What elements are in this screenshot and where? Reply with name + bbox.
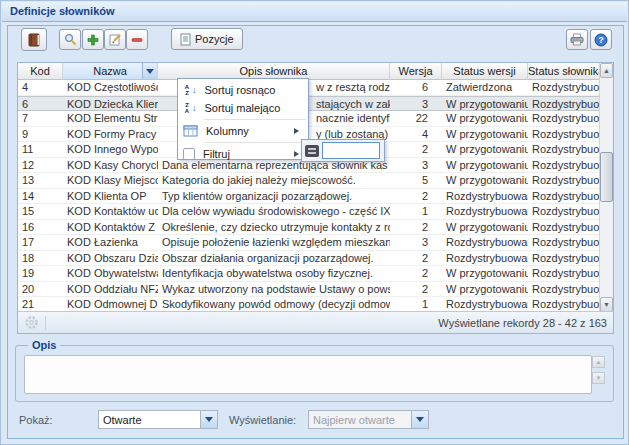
table-row[interactable]: 18KOD Obszaru DziałaniaObszar działania … xyxy=(18,251,601,267)
table-row[interactable]: 15KOD Kontaktów uchodźc...Dla celów wywi… xyxy=(18,204,601,220)
pozycje-button[interactable]: Pozycje xyxy=(171,28,243,50)
table-row[interactable]: 14KOD Klienta OPTyp klientów organizacji… xyxy=(18,189,601,205)
scroll-thumb[interactable] xyxy=(600,152,613,202)
menu-item-sort-ascending[interactable]: AZ↓ Sortuj rosnąco xyxy=(178,81,308,99)
table-row[interactable]: 17KOD ŁazienkaOpisuje położenie łazienki… xyxy=(18,235,601,251)
table-row[interactable]: 19KOD ObywatelstwaIdentyfikacja obywatel… xyxy=(18,266,601,282)
search-button[interactable] xyxy=(59,29,81,50)
help-button[interactable]: ? xyxy=(590,29,612,50)
cell-status-wersji: Rozdystrybuowana xyxy=(442,189,528,204)
cell-status-slownika: Rozdystrybuowany xyxy=(528,97,601,111)
cell-status-wersji: W przygotowaniu xyxy=(442,282,528,297)
pokaz-combobox[interactable]: Otwarte xyxy=(98,410,218,429)
cell-nazwa: KOD Klasy Miejscowości xyxy=(63,173,158,188)
cell-kod: 16 xyxy=(18,220,63,235)
printer-icon xyxy=(570,33,584,46)
cell-kod: 14 xyxy=(18,189,63,204)
cell-status-wersji: Rozdystrybuowana xyxy=(442,251,528,266)
cell-status-slownika: Rozdystrybuowany xyxy=(528,173,601,188)
menu-item-sort-descending[interactable]: ZA↓ Sortuj malejąco xyxy=(178,99,308,117)
cell-status-slownika: Rozdystrybuowany xyxy=(528,111,601,126)
cell-wersja: 2 xyxy=(390,266,442,281)
cell-opis: Typ klientów organizacji pozarządowej. xyxy=(158,189,390,204)
cell-status-slownika: Rozdystrybuowany xyxy=(528,251,601,266)
book-icon xyxy=(28,33,41,47)
table-row[interactable]: 20KOD Oddziału NFZWykaz utworzony na pod… xyxy=(18,282,601,298)
table-row[interactable]: 7KOD Elementu Strukturynacznie identyfik… xyxy=(18,111,601,127)
column-context-menu: AZ↓ Sortuj rosnąco ZA↓ Sortuj malejąco K… xyxy=(177,78,309,160)
cell-nazwa: KOD Elementu Struktury xyxy=(63,111,158,126)
chevron-down-icon[interactable] xyxy=(411,411,428,428)
dictionary-grid: Kod Nazwa Opis słownika Wersja Status we… xyxy=(17,62,614,334)
cell-kod: 7 xyxy=(18,111,63,126)
column-header-status-slownika[interactable]: Status słownika xyxy=(528,63,601,80)
column-header-nazwa[interactable]: Nazwa xyxy=(63,63,158,80)
opis-legend: Opis xyxy=(28,339,60,351)
column-header-kod[interactable]: Kod xyxy=(18,63,63,80)
gear-icon[interactable] xyxy=(24,315,39,330)
table-row[interactable]: 13KOD Klasy MiejscowościKategoria do jak… xyxy=(18,173,601,189)
edit-button[interactable] xyxy=(104,29,126,50)
wyswietlanie-combobox[interactable]: Najpierw otwarte xyxy=(308,410,429,429)
cell-kod: 15 xyxy=(18,204,63,219)
opis-textarea[interactable]: ▲ ▼ xyxy=(24,355,592,394)
scroll-down-button[interactable]: ▼ xyxy=(600,297,613,312)
cell-wersja: 1 xyxy=(390,204,442,219)
cell-wersja: 22 xyxy=(390,111,442,126)
wyswietlanie-label: Wyświetlanie: xyxy=(229,414,296,426)
submenu-arrow-icon xyxy=(294,128,302,134)
menu-item-columns[interactable]: Kolumny xyxy=(178,122,308,140)
opis-scroll-down-button[interactable]: ▼ xyxy=(592,372,605,384)
cell-status-wersji: W przygotowaniu xyxy=(442,127,528,142)
vertical-scrollbar[interactable]: ▲ ▼ xyxy=(599,63,613,312)
cell-status-wersji: W przygotowaniu xyxy=(442,97,528,111)
plus-icon xyxy=(87,34,99,46)
cell-nazwa: KOD Klienta OP xyxy=(63,189,158,204)
column-header-wersja[interactable]: Wersja xyxy=(390,63,442,80)
column-menu-trigger[interactable] xyxy=(142,63,157,79)
cell-status-wersji: W przygotowaniu xyxy=(442,220,528,235)
cell-status-wersji: W przygotowaniu xyxy=(442,266,528,281)
opis-fieldset: Opis ▲ ▼ xyxy=(15,345,614,402)
cell-status-slownika: Rozdystrybuowany xyxy=(528,189,601,204)
minus-icon xyxy=(131,34,143,46)
pokaz-label: Pokaż: xyxy=(19,414,53,426)
filter-input[interactable] xyxy=(322,142,380,159)
cell-wersja: 2 xyxy=(390,251,442,266)
cell-nazwa: KOD Kontaktów uchodźc... xyxy=(63,204,158,219)
menu-item-filter[interactable]: Filtruj xyxy=(178,145,308,163)
cell-nazwa: KOD Oddziału NFZ xyxy=(63,282,158,297)
table-row[interactable]: 6KOD Dziecka Klienta OPstających w zakre… xyxy=(18,96,601,112)
checkbox-icon[interactable] xyxy=(183,148,195,160)
opis-scroll-up-button[interactable]: ▲ xyxy=(592,356,605,368)
columns-icon xyxy=(183,125,198,137)
pozycje-label: Pozycje xyxy=(195,33,234,45)
cell-status-wersji: Rozdystrybuowana xyxy=(442,204,528,219)
cell-opis: Kategoria do jakiej należy miejscowość. xyxy=(158,173,390,188)
cell-status-wersji: Zatwierdzona xyxy=(442,80,528,95)
filter-submenu xyxy=(301,139,385,162)
cell-nazwa: KOD Odmownej Decyzji ... xyxy=(63,297,158,312)
add-button[interactable] xyxy=(82,29,104,50)
column-header-status-wersji[interactable]: Status wersji xyxy=(442,63,528,80)
cell-status-slownika: Rozdystrybuowany xyxy=(528,297,601,312)
cell-kod: 13 xyxy=(18,173,63,188)
menu-separator xyxy=(204,142,306,143)
dictionary-button[interactable] xyxy=(21,28,47,51)
chevron-down-icon[interactable] xyxy=(200,411,217,428)
table-row[interactable]: 4KOD Częstotliwości Konw z resztą rodzin… xyxy=(18,80,601,96)
document-icon xyxy=(180,33,191,46)
grid-status-bar: Wyświetlane rekordy 28 - 42 z 163 xyxy=(18,311,613,333)
table-row[interactable]: 16KOD Kontaktów Z Rodzic...Określenie, c… xyxy=(18,220,601,236)
cell-kod: 9 xyxy=(18,127,63,142)
remove-button[interactable] xyxy=(126,29,148,50)
cell-status-slownika: Rozdystrybuowany xyxy=(528,158,601,173)
cell-nazwa: KOD Obszaru Działania xyxy=(63,251,158,266)
cell-wersja: 2 xyxy=(390,282,442,297)
cell-opis: Wykaz utworzony na podstawie Ustawy o po… xyxy=(158,282,390,297)
scroll-up-button[interactable]: ▲ xyxy=(600,63,613,78)
cell-kod: 4 xyxy=(18,80,63,95)
print-button[interactable] xyxy=(566,29,588,50)
records-label: Wyświetlane rekordy 28 - 42 z 163 xyxy=(438,317,607,329)
window-title: Definicje słowników xyxy=(2,2,627,22)
